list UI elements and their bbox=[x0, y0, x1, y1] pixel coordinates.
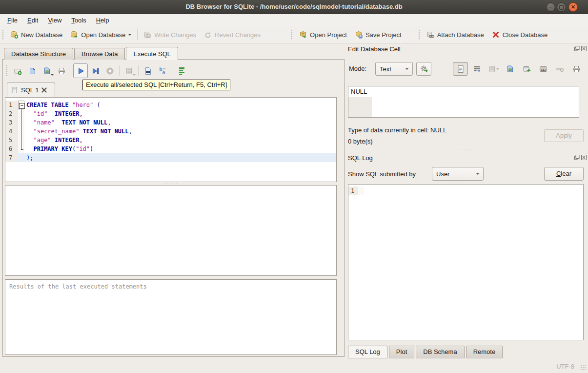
menubar: File Edit View Tools Help bbox=[0, 14, 588, 26]
edit-cell-title: Edit Database Cell bbox=[348, 45, 401, 53]
fold-marker[interactable] bbox=[18, 136, 24, 145]
copy-link-button[interactable] bbox=[536, 62, 551, 76]
open-database-dropdown-caret[interactable] bbox=[128, 34, 131, 37]
menu-view[interactable]: View bbox=[43, 15, 66, 25]
sql-document-tab[interactable]: SQL 1 bbox=[7, 83, 55, 97]
import-text-button[interactable] bbox=[416, 62, 431, 76]
code-text bbox=[364, 186, 583, 195]
stop-icon bbox=[106, 67, 114, 75]
dock-tab-sql-log[interactable]: SQL Log bbox=[348, 346, 387, 358]
open-database-icon bbox=[70, 31, 78, 39]
menu-edit[interactable]: Edit bbox=[23, 15, 42, 25]
toolbar-separator bbox=[137, 29, 138, 40]
text-document-icon bbox=[457, 65, 465, 73]
tab-browse-data[interactable]: Browse Data bbox=[74, 48, 125, 60]
word-wrap-button[interactable] bbox=[469, 62, 485, 76]
code-line[interactable]: 2 "id" INTEGER, bbox=[5, 109, 336, 118]
fold-marker[interactable] bbox=[18, 109, 24, 118]
fold-marker bbox=[18, 153, 24, 162]
dock-tab-db-schema[interactable]: DB Schema bbox=[416, 346, 464, 358]
print-cell-button[interactable] bbox=[569, 62, 584, 76]
execute-tooltip: Execute all/selected SQL [Ctrl+Return, F… bbox=[82, 80, 230, 90]
cell-editor[interactable]: NULL bbox=[348, 86, 579, 118]
toolbar-grip[interactable] bbox=[418, 29, 421, 40]
fold-marker[interactable] bbox=[18, 127, 24, 136]
code-line[interactable]: 4 "secret_name" TEXT NOT NULL, bbox=[5, 127, 336, 136]
results-message-pane[interactable]: Results of the last executed statements bbox=[5, 279, 337, 355]
code-line[interactable]: 1CREATE TABLE "hero" ( bbox=[5, 101, 336, 109]
menu-file[interactable]: File bbox=[3, 15, 22, 25]
code-line[interactable]: 1 bbox=[348, 186, 583, 195]
mode-value: Text bbox=[380, 65, 391, 73]
open-project-button[interactable]: Open Project bbox=[295, 28, 351, 41]
close-button[interactable]: ✕ bbox=[568, 2, 578, 12]
execute-line-button[interactable] bbox=[88, 63, 102, 78]
float-panel-icon[interactable] bbox=[574, 46, 580, 51]
export-cell-button[interactable] bbox=[503, 62, 518, 76]
open-database-button[interactable]: Open Database bbox=[66, 28, 135, 41]
sql-toolbar-separator bbox=[71, 65, 71, 76]
line-number: 2 bbox=[5, 109, 18, 118]
sql-editor[interactable]: 1CREATE TABLE "hero" (2 "id" INTEGER,3 "… bbox=[5, 97, 337, 182]
save-project-button[interactable]: Save Project bbox=[351, 28, 406, 41]
dock-tab-remote[interactable]: Remote bbox=[466, 346, 503, 358]
save-project-icon bbox=[355, 31, 363, 39]
replace-button[interactable]: ba bbox=[155, 63, 170, 78]
close-panel-icon[interactable] bbox=[581, 155, 587, 160]
save-sql-file-button[interactable] bbox=[40, 63, 54, 78]
float-panel-icon[interactable] bbox=[574, 155, 580, 160]
toolbar-grip[interactable] bbox=[2, 29, 4, 40]
close-tab-icon[interactable] bbox=[41, 87, 47, 93]
sql-tab-label: SQL 1 bbox=[21, 86, 39, 94]
sql-toolbar-grip[interactable] bbox=[6, 65, 8, 77]
text-mode-button[interactable] bbox=[453, 62, 468, 76]
close-database-button[interactable]: Close Database bbox=[488, 28, 552, 41]
attach-database-button[interactable]: Attach Database bbox=[423, 28, 488, 41]
fold-marker[interactable] bbox=[18, 145, 24, 153]
save-sql-dropdown-caret[interactable] bbox=[51, 74, 54, 77]
mode-label: Mode: bbox=[349, 65, 366, 72]
menu-tools[interactable]: Tools bbox=[67, 15, 90, 25]
submitted-by-value: User bbox=[436, 170, 449, 178]
save-results-caret bbox=[133, 74, 136, 77]
new-tab-icon bbox=[14, 67, 22, 75]
play-icon bbox=[77, 67, 85, 75]
code-line[interactable]: 3 "name" TEXT NOT NULL, bbox=[5, 118, 336, 127]
maximize-button[interactable]: ▢ bbox=[557, 2, 566, 12]
code-text: "name" TEXT NOT NULL, bbox=[24, 118, 336, 127]
sql-toolbar-separator bbox=[138, 65, 139, 76]
new-sql-tab-button[interactable] bbox=[10, 63, 25, 78]
format-sql-button[interactable] bbox=[174, 63, 189, 78]
execute-all-button[interactable] bbox=[73, 63, 88, 78]
resize-grip[interactable] bbox=[580, 365, 586, 371]
code-line[interactable]: 6 PRIMARY KEY("id") bbox=[5, 145, 336, 153]
mode-select[interactable]: Text bbox=[375, 62, 413, 76]
fold-marker[interactable] bbox=[18, 101, 24, 109]
submitted-by-select[interactable]: User bbox=[432, 167, 484, 181]
query-results-table[interactable] bbox=[5, 185, 337, 276]
open-in-external-button[interactable] bbox=[519, 62, 534, 76]
clear-log-button[interactable]: Clear bbox=[544, 167, 584, 181]
tab-database-structure[interactable]: Database Structure bbox=[4, 48, 73, 60]
minimize-button[interactable]: – bbox=[546, 2, 555, 12]
find-button[interactable] bbox=[141, 63, 155, 78]
print-sql-button[interactable] bbox=[54, 63, 69, 78]
encoding-indicator[interactable]: UTF-8 bbox=[556, 363, 574, 370]
close-panel-icon[interactable] bbox=[581, 46, 587, 51]
toolbar-grip[interactable] bbox=[291, 29, 293, 40]
line-number: 5 bbox=[5, 136, 18, 145]
menu-help[interactable]: Help bbox=[92, 15, 114, 25]
open-sql-file-button[interactable] bbox=[25, 63, 40, 78]
code-line[interactable]: 7); bbox=[5, 153, 336, 162]
fold-marker[interactable] bbox=[18, 118, 24, 127]
code-line[interactable]: 5 "age" INTEGER, bbox=[5, 136, 336, 145]
dock-splitter-handle[interactable]: ······ bbox=[348, 148, 584, 150]
tab-execute-sql[interactable]: Execute SQL bbox=[126, 47, 178, 60]
new-database-icon bbox=[10, 31, 18, 39]
dock-tab-plot[interactable]: Plot bbox=[389, 346, 414, 358]
sql-log-dock-controls bbox=[574, 155, 587, 160]
sql-log-view[interactable]: 1 bbox=[348, 184, 584, 340]
statusbar: UTF-8 bbox=[0, 357, 588, 373]
stop-button bbox=[102, 63, 117, 78]
new-database-button[interactable]: New Database bbox=[6, 28, 66, 41]
